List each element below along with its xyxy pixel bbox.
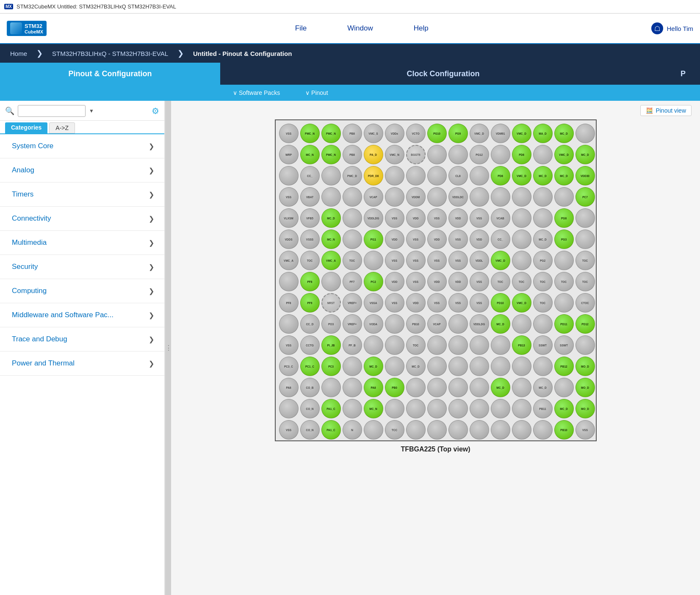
sidebar-label-connectivity: Connectivity bbox=[12, 214, 51, 223]
search-input[interactable] bbox=[18, 105, 86, 117]
pinout-view-button[interactable]: 🧮 Pinout view bbox=[640, 105, 692, 116]
tab-az[interactable]: A->Z bbox=[49, 122, 75, 133]
chip-label: TFBGA225 (Top view) bbox=[401, 446, 470, 453]
tab-pinout[interactable]: Pinout & Configuration bbox=[0, 63, 220, 85]
sidebar-label-timers: Timers bbox=[12, 190, 33, 199]
chevron-right-icon: ❯ bbox=[149, 191, 154, 199]
sidebar-item-timers[interactable]: Timers ❯ bbox=[0, 183, 164, 207]
chip-content-area: 🧮 Pinout view VSSPMC_NPMC_NPB8VMC_SVDDxV… bbox=[171, 101, 700, 595]
main-content: 🔍 ▼ ⚙ Categories A->Z System Core ❯ Anal… bbox=[0, 101, 700, 595]
tab-bar: Pinout & Configuration Clock Configurati… bbox=[0, 63, 700, 85]
gear-icon[interactable]: ⚙ bbox=[152, 106, 159, 116]
tab-other[interactable]: P bbox=[666, 63, 700, 85]
sidebar-item-system-core[interactable]: System Core ❯ bbox=[0, 134, 164, 158]
chevron-right-icon: ❯ bbox=[149, 311, 154, 319]
menu-help[interactable]: Help bbox=[410, 22, 432, 34]
tab-categories[interactable]: Categories bbox=[5, 122, 47, 133]
subbar: ∨ Software Packs ∨ Pinout bbox=[0, 85, 700, 101]
pinout-btn[interactable]: ∨ Pinout bbox=[293, 85, 341, 101]
titlebar: MX STM32CubeMX Untitled: STM32H7B3LIHxQ … bbox=[0, 0, 700, 14]
menu-window[interactable]: Window bbox=[344, 22, 376, 34]
sidebar: 🔍 ▼ ⚙ Categories A->Z System Core ❯ Anal… bbox=[0, 101, 165, 595]
chevron-right-icon: ❯ bbox=[149, 287, 154, 295]
dropdown-arrow[interactable]: ▼ bbox=[89, 108, 94, 114]
sidebar-label-multimedia: Multimedia bbox=[12, 238, 47, 247]
chevron-right-icon: ❯ bbox=[149, 166, 154, 174]
breadcrumb-sep2: ❯ bbox=[177, 49, 185, 58]
user-greeting: Hello Tim bbox=[667, 25, 693, 32]
breadcrumb-home[interactable]: Home bbox=[0, 44, 36, 63]
sidebar-item-computing[interactable]: Computing ❯ bbox=[0, 279, 164, 303]
logo-top-text: STM32 bbox=[25, 23, 43, 29]
sidebar-label-power: Power and Thermal bbox=[12, 359, 75, 368]
sidebar-tab-bar: Categories A->Z bbox=[0, 122, 164, 134]
sidebar-item-power[interactable]: Power and Thermal ❯ bbox=[0, 351, 164, 376]
app-logo: MX bbox=[4, 4, 13, 9]
user-area: ☖ Hello Tim bbox=[651, 22, 693, 34]
chevron-right-icon: ❯ bbox=[149, 263, 154, 271]
drag-handle[interactable]: ⋮ bbox=[165, 101, 171, 595]
search-icon: 🔍 bbox=[5, 106, 14, 116]
menu-file[interactable]: File bbox=[292, 22, 310, 34]
cube-icon bbox=[10, 22, 22, 34]
sidebar-label-security: Security bbox=[12, 263, 38, 271]
sidebar-search-row: 🔍 ▼ ⚙ bbox=[0, 101, 164, 121]
menu-items: File Window Help bbox=[72, 22, 651, 34]
breadcrumb-device[interactable]: STM32H7B3LIHxQ - STM32H7B3I-EVAL bbox=[44, 44, 177, 63]
tab-clock[interactable]: Clock Configuration bbox=[220, 63, 666, 85]
chevron-right-icon: ❯ bbox=[149, 335, 154, 343]
sidebar-item-analog[interactable]: Analog ❯ bbox=[0, 158, 164, 183]
sidebar-item-trace[interactable]: Trace and Debug ❯ bbox=[0, 327, 164, 351]
sidebar-item-connectivity[interactable]: Connectivity ❯ bbox=[0, 207, 164, 231]
menubar: STM32 CubeMX File Window Help ☖ Hello Ti… bbox=[0, 14, 700, 44]
user-icon: ☖ bbox=[651, 22, 663, 34]
sidebar-list: System Core ❯ Analog ❯ Timers ❯ Connecti… bbox=[0, 134, 164, 595]
sidebar-item-middleware[interactable]: Middleware and Software Pac... ❯ bbox=[0, 303, 164, 327]
sidebar-label-analog: Analog bbox=[12, 166, 34, 174]
chip-canvas[interactable]: VSSPMC_NPMC_NPB8VMC_SVDDxVCTOPG10PG9VMC_… bbox=[275, 119, 597, 441]
chip-view-icon: 🧮 bbox=[646, 107, 653, 114]
pinout-view-label: Pinout view bbox=[656, 107, 686, 114]
breadcrumb: Home ❯ STM32H7B3LIHxQ - STM32H7B3I-EVAL … bbox=[0, 44, 700, 63]
sidebar-item-security[interactable]: Security ❯ bbox=[0, 255, 164, 279]
chevron-right-icon: ❯ bbox=[149, 142, 154, 150]
chevron-right-icon: ❯ bbox=[149, 215, 154, 223]
sidebar-label-system-core: System Core bbox=[12, 142, 53, 150]
chevron-right-icon: ❯ bbox=[149, 360, 154, 368]
chip-area: VSSPMC_NPMC_NPB8VMC_SVDDxVCTOPG10PG9VMC_… bbox=[180, 119, 692, 453]
software-packs-btn[interactable]: ∨ Software Packs bbox=[220, 85, 293, 101]
sidebar-item-multimedia[interactable]: Multimedia ❯ bbox=[0, 231, 164, 255]
breadcrumb-current[interactable]: Untitled - Pinout & Configuration bbox=[185, 44, 300, 63]
stm32-logo: STM32 CubeMX bbox=[7, 21, 47, 36]
drag-dots-icon: ⋮ bbox=[165, 344, 171, 352]
sidebar-label-trace: Trace and Debug bbox=[12, 335, 67, 343]
window-title: STM32CubeMX Untitled: STM32H7B3LIHxQ STM… bbox=[17, 3, 176, 10]
logo-bottom-text: CubeMX bbox=[25, 29, 43, 34]
sidebar-label-middleware: Middleware and Software Pac... bbox=[12, 311, 113, 319]
chevron-right-icon: ❯ bbox=[149, 239, 154, 247]
sidebar-label-computing: Computing bbox=[12, 287, 47, 295]
breadcrumb-sep1: ❯ bbox=[36, 49, 44, 58]
